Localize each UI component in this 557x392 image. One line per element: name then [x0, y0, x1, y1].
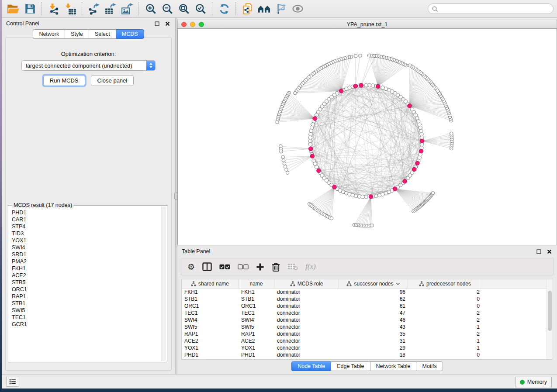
show-columns-button[interactable]: [202, 261, 212, 273]
table-row[interactable]: ORC1ORC1dominator610: [182, 303, 553, 309]
tab-select[interactable]: Select: [89, 29, 116, 39]
mcds-result-item[interactable]: ORC1: [12, 286, 161, 293]
mcds-result-item[interactable]: STP4: [12, 223, 161, 230]
tab-motifs[interactable]: Motifs: [416, 361, 443, 371]
network-node[interactable]: [381, 86, 384, 89]
run-mcds-button[interactable]: Run MCDS: [43, 75, 85, 86]
mcds-result-scrollbar[interactable]: [161, 206, 166, 361]
network-node[interactable]: [367, 54, 371, 57]
mcds-result-item[interactable]: ACE2: [12, 272, 161, 279]
apply-layout-button[interactable]: [217, 1, 232, 16]
network-node[interactable]: [410, 107, 414, 111]
network-node[interactable]: [369, 195, 373, 199]
create-column-button[interactable]: [256, 261, 264, 273]
network-node[interactable]: [315, 165, 318, 168]
mcds-result-item[interactable]: TID3: [12, 230, 161, 237]
network-node[interactable]: [281, 155, 285, 159]
mcds-result-item[interactable]: SWI5: [12, 307, 161, 314]
delete-table-button[interactable]: [287, 261, 298, 273]
zoom-in-button[interactable]: [143, 1, 158, 16]
mcds-result-item[interactable]: STB1: [12, 300, 161, 307]
table-row[interactable]: YOX1YOX1connector291: [182, 344, 553, 351]
zoom-selected-button[interactable]: [193, 1, 208, 16]
table-settings-button[interactable]: ⚙: [187, 261, 195, 273]
network-node[interactable]: [308, 143, 312, 146]
network-node[interactable]: [284, 165, 287, 168]
table-row[interactable]: RAP1RAP1dominator352: [182, 330, 553, 337]
zoom-fit-button[interactable]: [176, 1, 191, 16]
delete-column-button[interactable]: [272, 261, 280, 273]
open-file-button[interactable]: [6, 1, 21, 16]
table-row[interactable]: PHD1PHD1dominator180: [182, 351, 553, 358]
column-header-predecessor-nodes[interactable]: predecessor nodes: [408, 279, 482, 288]
network-node[interactable]: [308, 139, 312, 143]
task-history-button[interactable]: [6, 377, 19, 387]
network-node[interactable]: [276, 120, 279, 124]
close-table-panel-button[interactable]: [546, 248, 553, 255]
save-session-button[interactable]: [23, 1, 38, 16]
network-node[interactable]: [420, 132, 423, 136]
table-scrollbar[interactable]: [547, 279, 553, 359]
network-node[interactable]: [282, 159, 285, 162]
mcds-result-item[interactable]: YOX1: [12, 237, 161, 244]
network-node[interactable]: [450, 132, 453, 135]
network-node[interactable]: [309, 132, 312, 136]
network-node[interactable]: [376, 84, 380, 89]
function-builder-button[interactable]: f(x): [305, 261, 316, 273]
network-node[interactable]: [364, 83, 368, 87]
column-header-name[interactable]: name: [239, 279, 274, 288]
export-image-button[interactable]: [120, 1, 135, 16]
network-node[interactable]: [310, 154, 315, 158]
export-network-button[interactable]: [86, 1, 101, 16]
close-panel-button[interactable]: [164, 20, 171, 27]
table-row[interactable]: ACE2ACE2connector311: [182, 337, 553, 344]
copy-style-button[interactable]: [240, 1, 255, 16]
network-node[interactable]: [339, 89, 343, 93]
network-node[interactable]: [419, 149, 423, 153]
tab-network[interactable]: Network: [33, 29, 65, 39]
network-node[interactable]: [431, 192, 435, 195]
close-mcds-panel-button[interactable]: Close panel: [91, 75, 134, 86]
network-node[interactable]: [354, 55, 357, 58]
table-row[interactable]: FKH1FKH1dominator962: [182, 289, 553, 296]
export-table-button[interactable]: [103, 1, 118, 16]
network-node[interactable]: [357, 195, 361, 198]
network-node[interactable]: [403, 179, 407, 184]
network-node[interactable]: [408, 64, 412, 67]
network-node[interactable]: [286, 171, 289, 175]
table-row[interactable]: SWI4SWI4dominator462: [182, 316, 553, 323]
float-panel-button[interactable]: [153, 20, 160, 27]
search-input[interactable]: [440, 5, 550, 12]
network-node[interactable]: [408, 104, 412, 108]
network-node[interactable]: [294, 92, 297, 95]
mcds-result-item[interactable]: GCR1: [12, 321, 161, 328]
column-header-shared-name[interactable]: shared name: [182, 279, 239, 288]
tab-node-table[interactable]: Node Table: [291, 361, 331, 371]
zoom-out-button[interactable]: [160, 1, 175, 16]
network-graph[interactable]: [178, 29, 557, 245]
mcds-result-item[interactable]: RAP1: [12, 293, 161, 300]
network-node[interactable]: [370, 224, 374, 227]
tab-mcds[interactable]: MCDS: [116, 29, 144, 39]
network-titlebar[interactable]: YPA_prune.txt_1: [177, 20, 557, 29]
network-node[interactable]: [359, 54, 362, 58]
mcds-result-item[interactable]: SWI4: [12, 244, 161, 251]
search-box[interactable]: [428, 3, 554, 14]
mcds-result-item[interactable]: FKH1: [12, 265, 161, 272]
network-node[interactable]: [412, 167, 416, 172]
network-node[interactable]: [283, 162, 286, 165]
table-row[interactable]: STB1STB1dominator620: [182, 296, 553, 303]
deselect-all-button[interactable]: [238, 261, 249, 273]
network-node[interactable]: [374, 194, 378, 198]
network-node[interactable]: [309, 129, 313, 133]
mcds-result-item[interactable]: SRD1: [12, 251, 161, 258]
show-all-button[interactable]: [290, 1, 305, 16]
network-node[interactable]: [308, 136, 312, 139]
network-node[interactable]: [361, 195, 364, 199]
network-node[interactable]: [371, 84, 374, 87]
network-node[interactable]: [393, 187, 397, 191]
network-node[interactable]: [313, 117, 317, 121]
column-header-MCDS-role[interactable]: MCDS role: [274, 279, 339, 288]
network-node[interactable]: [332, 185, 337, 189]
tab-style[interactable]: Style: [65, 29, 89, 39]
